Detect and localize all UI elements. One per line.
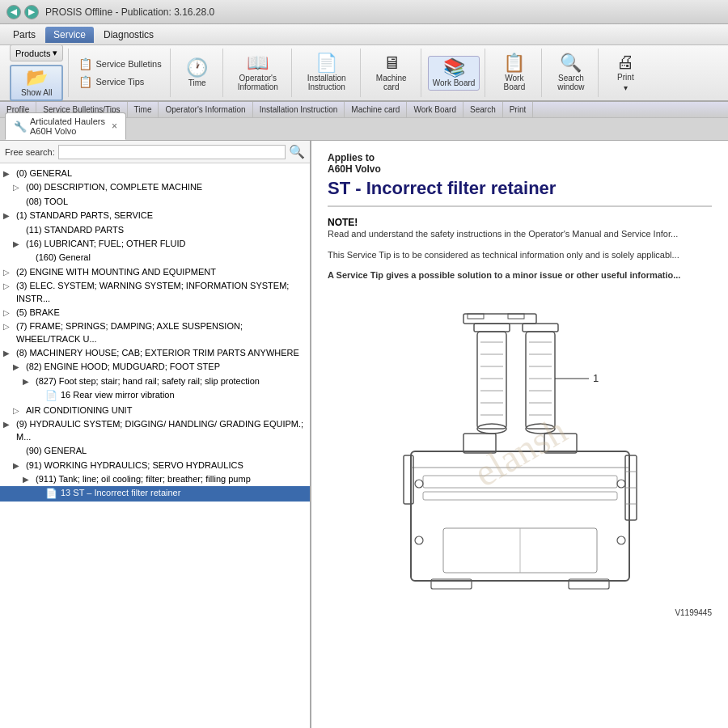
service-tips-icon: 📋 <box>78 75 92 88</box>
work-board-label: WorkBoard <box>504 74 526 91</box>
search-input[interactable] <box>58 145 286 159</box>
section-time: Time <box>128 102 159 117</box>
service-submenu: 📋 Service Bulletins 📋 Service Tips <box>75 54 164 91</box>
service-tips-item[interactable]: 📋 Service Tips <box>75 74 164 90</box>
file-icon-t7a1a: 📄 <box>45 389 57 403</box>
tree-item-t8b[interactable]: ▶ (91) WORKING HYDRAULICS; SERVO HYDRAUL… <box>0 459 310 472</box>
tree-item-t7a1a[interactable]: 📄 16 Rear view mirror vibration <box>0 388 310 404</box>
section-operators: Operator's Information <box>159 102 252 117</box>
tree-item-t2a[interactable]: (11) STANDARD PARTS <box>0 223 310 237</box>
print-dropdown-icon: ▾ <box>624 83 628 92</box>
toolbar-group-workboard: 📋 WorkBoard <box>487 49 542 97</box>
show-all-label: Show All <box>21 88 52 97</box>
tree-item-t2b1[interactable]: (160) General <box>0 251 310 265</box>
toolbar: Products ▾ 📂 Show All 📋 Service Bulletin… <box>0 45 728 102</box>
tree-item-t3[interactable]: ▷ (2) ENGINE WITH MOUNTING AND EQUIPMENT <box>0 265 310 279</box>
print-label: Print <box>617 73 634 82</box>
toolbar-group-time: 🕐 Time <box>172 49 223 97</box>
time-label: Time <box>188 78 206 87</box>
service-bulletins-icon: 📋 <box>78 57 92 70</box>
products-label: Products <box>15 49 50 58</box>
search-icon[interactable]: 🔍 <box>289 144 305 159</box>
toolbar-group-operators: 📖 Operator'sInformation <box>225 49 292 97</box>
diagram-svg: 1 <box>338 298 702 605</box>
window-title: PROSIS Offline - Publication: 3.16.28.0 <box>45 6 214 18</box>
work-board-button[interactable]: 📋 WorkBoard <box>492 52 536 94</box>
show-all-button[interactable]: 📂 Show All <box>10 65 63 101</box>
print-icon: 🖨 <box>616 53 634 71</box>
window-controls: ◀ ▶ <box>6 5 39 19</box>
toolbar-group-search: 🔍 Searchwindow <box>544 49 599 97</box>
installation-icon: 📄 <box>315 54 337 72</box>
tree-item-t8[interactable]: ▶ (9) HYDRAULIC SYSTEM; DIGGING/ HANDLIN… <box>0 417 310 444</box>
menu-parts[interactable]: Parts <box>5 27 44 43</box>
tree-item-t8b1a[interactable]: 📄 13 ST – Incorrect filter retainer <box>0 486 310 502</box>
work-board-icon: 📋 <box>503 54 525 72</box>
note-label: NOTE! <box>328 217 712 228</box>
toolbar-group-machine: 🖥 Machinecard <box>362 49 421 97</box>
applies-to-value: A60H Volvo <box>328 163 712 175</box>
installation-label: InstallationInstruction <box>307 74 346 91</box>
forward-button[interactable]: ▶ <box>24 5 39 19</box>
print-button[interactable]: 🖨 Print ▾ <box>605 51 645 95</box>
menu-diagnostics[interactable]: Diagnostics <box>95 27 162 43</box>
time-icon: 🕐 <box>186 59 208 77</box>
machine-card-icon: 🖥 <box>383 54 400 72</box>
tab-a60h[interactable]: 🔧 Articulated Haulers A60H Volvo × <box>5 112 126 140</box>
search-window-button[interactable]: 🔍 Searchwindow <box>548 52 593 94</box>
toolbar-group-service: 📋 Service Bulletins 📋 Service Tips <box>70 49 170 97</box>
tree-item-t8b1[interactable]: ▶ (911) Tank; line; oil cooling; filter;… <box>0 472 310 486</box>
service-tips-label: Service Tips <box>95 77 144 87</box>
tree-item-t8a[interactable]: (90) GENERAL <box>0 444 310 458</box>
back-button[interactable]: ◀ <box>6 5 21 19</box>
menu-service[interactable]: Service <box>45 27 94 43</box>
tree-item-t1b[interactable]: (08) TOOL <box>0 195 310 209</box>
tab-close-button[interactable]: × <box>112 121 117 132</box>
time-button[interactable]: 🕐 Time <box>177 57 218 90</box>
machine-card-button[interactable]: 🖥 Machinecard <box>367 52 416 94</box>
tip-text: This Service Tip is to be considered as … <box>328 248 712 262</box>
tree-item-t2[interactable]: ▶ (1) STANDARD PARTS, SERVICE <box>0 209 310 222</box>
toolbar-group-installation: 📄 InstallationInstruction <box>294 49 361 97</box>
machine-card-label: Machinecard <box>376 74 407 91</box>
tree-item-t7a1[interactable]: ▶ (827) Foot step; stair; hand rail; saf… <box>0 375 310 388</box>
installation-button[interactable]: 📄 InstallationInstruction <box>298 52 355 94</box>
tree-item-t1[interactable]: ▶ (0) GENERAL <box>0 167 310 180</box>
note-box: NOTE! Read and understand the safety ins… <box>328 217 712 240</box>
tree-item-t1a[interactable]: ▷ (00) DESCRIPTION, COMPLETE MACHINE <box>0 180 310 194</box>
menu-bar: Parts Service Diagnostics <box>0 24 728 45</box>
products-button[interactable]: Products ▾ <box>10 44 63 61</box>
tree-item-t6[interactable]: ▷ (7) FRAME; SPRINGS; DAMPING; AXLE SUSP… <box>0 320 310 346</box>
section-machine-card: Machine card <box>345 102 407 117</box>
service-bulletins-item[interactable]: 📋 Service Bulletins <box>75 56 164 72</box>
selected-tree-label: 13 ST – Incorrect filter retainer <box>61 487 180 499</box>
bold-tip-text: A Service Tip gives a possible solution … <box>328 269 712 282</box>
operators-info-label: Operator'sInformation <box>238 74 278 91</box>
section-search: Search <box>463 102 503 117</box>
operators-info-button[interactable]: 📖 Operator'sInformation <box>230 52 286 94</box>
right-panel: Applies to A60H Volvo ST - Incorrect fil… <box>311 141 728 728</box>
svg-text:1: 1 <box>593 372 599 384</box>
search-bar: Free search: 🔍 <box>0 141 310 163</box>
applies-to-label: Applies to <box>328 152 712 163</box>
title-bar: ◀ ▶ PROSIS Offline - Publication: 3.16.2… <box>0 0 728 24</box>
tree-item-t7b[interactable]: ▷ AIR CONDITIONING UNIT <box>0 404 310 417</box>
operators-info-icon: 📖 <box>247 54 269 72</box>
library-button[interactable]: 📚 Work Board <box>428 56 480 91</box>
section-work-board: Work Board <box>407 102 463 117</box>
service-bulletins-label: Service Bulletins <box>95 59 161 69</box>
tree-item-t7a[interactable]: ▶ (82) ENGINE HOOD; MUDGUARD; FOOT STEP <box>0 360 310 374</box>
tree-item-t2b[interactable]: ▶ (16) LUBRICANT; FUEL; OTHER FLUID <box>0 237 310 251</box>
diagram-area: 1 <box>328 298 712 605</box>
tab-icon: 🔧 <box>14 121 27 133</box>
section-installation: Installation Instruction <box>253 102 345 117</box>
tree-item-t5[interactable]: ▷ (5) BRAKE <box>0 306 310 320</box>
toolbar-group-products: Products ▾ 📂 Show All <box>5 49 69 97</box>
tree-item-t7[interactable]: ▶ (8) MACHINERY HOUSE; CAB; EXTERIOR TRI… <box>0 346 310 360</box>
toolbar-group-library: 📚 Work Board <box>423 49 486 97</box>
section-print: Print <box>503 102 534 117</box>
search-label: Free search: <box>5 147 55 157</box>
show-all-icon: 📂 <box>26 69 48 87</box>
tree-item-t4[interactable]: ▷ (3) ELEC. SYSTEM; WARNING SYSTEM; INFO… <box>0 279 310 306</box>
tab-bar: 🔧 Articulated Haulers A60H Volvo × <box>0 118 728 141</box>
